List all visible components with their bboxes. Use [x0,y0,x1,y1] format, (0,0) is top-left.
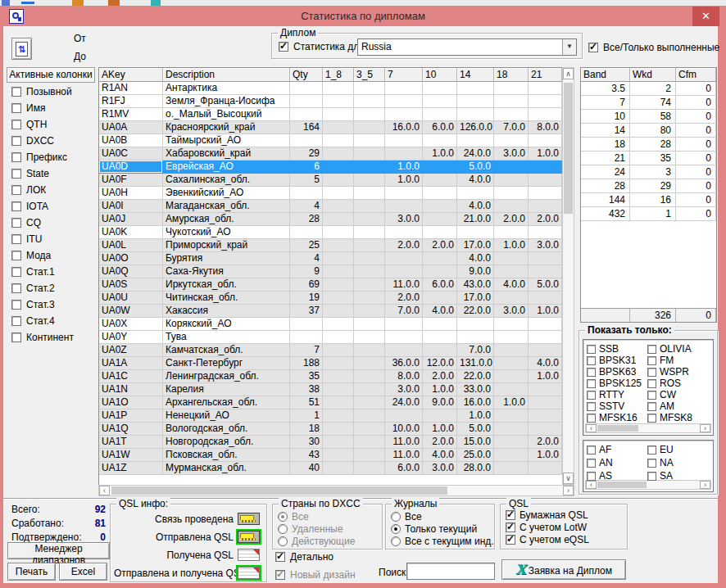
diploma-combobox[interactable]: Russia ▼ [357,38,577,56]
sidebar-item-лок[interactable]: ЛОК [11,184,46,196]
sidebar-item-state[interactable]: State [11,168,49,179]
checkbox-icon[interactable] [647,402,656,411]
checkbox-icon[interactable] [647,472,656,481]
checkbox-icon[interactable] [587,402,596,411]
sidebar-item-dxcc[interactable]: DXCC [11,135,54,147]
table-row[interactable]: UA0BТаймырский_АО [99,134,562,147]
mode-checkbox-bpsk31[interactable]: BPSK31 [587,355,636,366]
search-input[interactable] [406,563,495,580]
checkbox-icon[interactable] [11,185,21,195]
checkbox-icon[interactable] [647,446,656,455]
sidebar-item-префикс[interactable]: Префикс [11,152,67,163]
checkbox-icon[interactable] [11,103,21,113]
scroll-left-icon[interactable]: ‹ [586,424,597,432]
sidebar-item-имя[interactable]: Имя [11,102,45,114]
scroll-left-icon[interactable]: ‹ [586,481,597,489]
sidebar-item-iota[interactable]: IOTA [11,201,48,212]
journal-radio-0[interactable]: Все [391,511,422,522]
mode-checkbox-ros[interactable]: ROS [647,378,681,389]
checkbox-icon[interactable] [11,300,21,310]
checkbox-icon[interactable] [587,414,596,423]
column-header-description[interactable]: Description [163,68,290,82]
grid-horizontal-scrollbar[interactable]: ‹ › [98,485,574,496]
checkbox-icon[interactable] [587,345,596,354]
excel-button[interactable]: Excel [59,563,107,581]
checkbox-icon[interactable] [647,345,656,354]
radio-icon[interactable] [391,524,401,534]
table-row[interactable]: UA1ZМурманская_обл.406.0.03.0.028.0.0 [99,462,562,475]
mode-checkbox-am[interactable]: AM [647,400,674,412]
modes-scrollbar[interactable]: ‹ › [585,423,711,433]
table-row[interactable]: UA0DЕврейская_АО61.0.05.0.0 [99,161,562,174]
table-row[interactable]: UA0FСахалинская_обл.51.0.04.0.0 [99,174,562,187]
mode-checkbox-olivia[interactable]: OLIVIA [647,343,692,355]
table-row[interactable]: R1FJЗемля_Франца-Иосифа [99,95,562,108]
modes-scroll-thumb[interactable] [597,425,638,432]
checkbox-icon[interactable] [647,368,656,377]
table-row[interactable]: UA1AСанкт-Петербург18836.0.012.0.0131.0.… [99,357,562,370]
stats-for-checkbox-box[interactable] [279,42,288,52]
table-row[interactable]: UA0YТува [99,331,562,344]
radio-icon[interactable] [391,512,401,522]
checkbox-icon[interactable] [11,283,21,293]
qsl-option-2[interactable]: С учетом eQSL [506,534,589,545]
table-row[interactable]: UA0WХакассия377.0.04.0.022.0.03.0.01.0.0 [99,305,562,318]
table-row[interactable]: UA1TНовгородская_обл.3011.0.02.0.015.0.0… [99,436,562,449]
sidebar-item-qth[interactable]: QTH [11,119,47,130]
column-header-qty[interactable]: Qty [290,68,323,82]
qsl-option-1[interactable]: С учетом LotW [506,522,587,533]
mode-checkbox-wspr[interactable]: WSPR [647,366,689,378]
checkbox-icon[interactable] [11,316,21,326]
sidebar-item-стат.1[interactable]: Стат.1 [11,266,55,278]
column-header-1_8[interactable]: 1_8 [323,68,354,82]
checkbox-icon[interactable] [647,414,656,423]
column-header-7[interactable]: 7 [385,68,423,82]
column-header-14[interactable]: 14 [457,68,494,82]
continent-checkbox-as[interactable]: AS [587,470,612,482]
continents-scroll-thumb[interactable] [597,482,647,488]
chevron-down-icon[interactable]: ▼ [562,39,576,55]
grid-vscroll-thumb[interactable] [564,83,573,214]
detail-checkbox[interactable]: Детально [275,551,334,563]
table-row[interactable]: UA0JАмурская_обл.283.0.021.0.02.0.02.0.0 [99,213,562,226]
column-header-18[interactable]: 18 [494,68,529,82]
sidebar-item-мода[interactable]: Мода [11,250,51,261]
column-header-akey[interactable]: AKey [99,68,163,82]
scroll-right-icon[interactable]: › [700,424,710,432]
active-columns-header[interactable]: Активные колонки [7,67,95,83]
journal-radio-1[interactable]: Только текущий [391,523,477,535]
sidebar-item-стат.2[interactable]: Стат.2 [11,283,55,294]
table-row[interactable]: UA0CХабаровский_край291.0.024.0.03.0.01.… [99,147,562,161]
mode-checkbox-bpsk125[interactable]: BPSK125 [587,378,642,389]
checkbox-icon[interactable] [11,136,21,146]
table-row[interactable]: UA0KЧукотский_АО [99,226,562,239]
checkbox-icon[interactable] [11,218,21,228]
apply-diploma-button[interactable]: X Заявка на Диплом [501,559,626,580]
mode-checkbox-cw[interactable]: CW [647,389,676,400]
mode-checkbox-mfsk8[interactable]: MFSK8 [647,412,692,423]
continent-checkbox-af[interactable]: AF [587,444,611,455]
checkbox-icon[interactable] [11,169,21,179]
table-row[interactable]: R1MVо._Малый_Высоцкий [99,108,562,121]
table-row[interactable]: UA0AКрасноярский_край16416.0.06.0.0126.0… [99,121,562,134]
table-row[interactable]: UA0SИркутская_обл.6911.0.06.0.043.0.04.0… [99,278,562,292]
checkbox-icon[interactable] [647,379,656,388]
checkbox-icon[interactable] [587,459,596,468]
scroll-up-icon[interactable]: ∧ [563,68,574,79]
table-row[interactable]: UA1QВологодская_обл.1810.0.01.0.05.0.0 [99,423,562,436]
stats-for-checkbox[interactable]: Статистика для [279,41,365,52]
table-row[interactable]: UA0XКорякский_АО [99,318,562,331]
sidebar-item-стат.4[interactable]: Стат.4 [11,315,55,327]
all-done-checkbox-box[interactable] [588,43,598,52]
checkbox-icon[interactable] [506,522,515,532]
radio-icon[interactable] [391,536,401,546]
checkbox-icon[interactable] [11,251,21,260]
detail-checkbox-box[interactable] [275,552,285,562]
table-row[interactable]: UA1PНенецкий_АО11.0.0 [99,409,562,423]
table-row[interactable]: UA0HЭвенкийский_АО [99,187,562,200]
column-header-10[interactable]: 10 [423,68,457,82]
all-done-checkbox[interactable]: Все/Только выполненные [588,42,719,53]
column-header-21[interactable]: 21 [529,68,562,82]
sidebar-item-континент[interactable]: Континент [11,332,74,343]
sidebar-item-позывной[interactable]: Позывной [11,86,72,97]
